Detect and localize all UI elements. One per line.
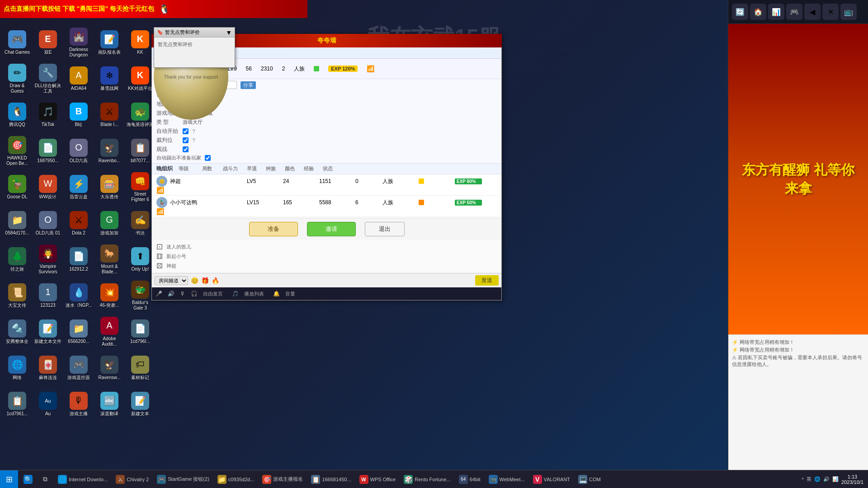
tray-caret-icon[interactable]: ^ [802,477,804,482]
icon-au[interactable]: Au Au [33,386,63,422]
icon-adobe[interactable]: A Adobe Auditi... [94,314,125,350]
rp-icon-chart[interactable]: 📊 [768,4,784,20]
judge-checkbox[interactable] [183,137,189,143]
icon-form[interactable]: 📝 画队报名表 [94,24,125,61]
tray-volume-icon[interactable]: 🔊 [823,476,830,482]
tray-network-icon[interactable]: 🌐 [814,476,821,482]
icon-lottery[interactable]: 🎰 大乐透传 [94,169,125,205]
icon-6566[interactable]: 📁 6566200... [63,314,94,350]
bottom-mic2-icon[interactable]: 🎙 [180,291,185,297]
start-button[interactable]: ⊞ [0,470,18,488]
icon-kk-platform[interactable]: K KK对战平台 [125,61,156,97]
icon-network[interactable]: 🌐 网络 [2,350,33,386]
icon-baldurs[interactable]: 🐲 Baldur's Gate 3 [125,277,156,314]
taskbar-game-report[interactable]: 🎯 游戏主播报名 [259,471,307,488]
taskbar-file2[interactable]: 📋 166681450... [307,471,354,488]
icon-youxi[interactable]: G 游戏加加 [94,205,125,241]
icon-gamepad[interactable]: 🎮 游戏遥控器 [63,350,94,386]
rp-icon-close[interactable]: ✕ [822,4,839,20]
icon-turtle[interactable]: 🐢 海龟英语评测 [125,97,156,133]
sticker-btn[interactable]: 🔥 [212,277,219,284]
icon-old6[interactable]: O OLD六高 [63,133,94,169]
icon-double-e[interactable]: E 双E [33,24,63,61]
emoji-btn[interactable]: 😊 [191,277,198,284]
icon-darkness[interactable]: 🏰 Darkness Dungeon [63,24,94,61]
top-banner[interactable]: 点击直播间下载按钮 下载 "勇闯三国" 每天抢千元红包 🐧 [0,0,307,18]
icon-46[interactable]: 💥 46-突袭... [94,277,125,314]
icon-ww[interactable]: W WW设计 [33,169,63,205]
taskbar-startgame[interactable]: 🎮 StartGame 按钮(2) [153,471,213,488]
icon-dota2[interactable]: ⚔ Dota 2 [63,205,94,241]
icon-old601[interactable]: O OLD六高 01 [33,205,63,241]
icon-mount-blade[interactable]: 🐎 Mount & Blade... [94,241,125,277]
taskbar-chivalry[interactable]: ⚔ Chivalry 2 [112,471,152,488]
gift-btn[interactable]: 🎁 [201,277,209,284]
icon-anteng[interactable]: 🔩 安腾整体全 [2,314,33,350]
icon-raven2[interactable]: 🦅 Ravensw... [94,350,125,386]
prepare-button[interactable]: 准备 [249,222,298,236]
icon-dabao[interactable]: 📜 大宝文传 [2,277,33,314]
taskbar-rento[interactable]: 🎲 Rento Fortune... [400,471,454,488]
invite-button[interactable]: 邀请 [307,222,356,236]
icon-hawked[interactable]: 🎯 HAWKED Open Be... [2,133,33,169]
icon-mishu[interactable]: 💧 迷水《NGP... [63,277,94,314]
rp-icon-monitor[interactable]: 📺 [840,4,857,20]
bottom-headset-icon[interactable]: 🎧 [191,291,198,297]
icon-b87[interactable]: 📋 b87077... [125,133,156,169]
icon-path[interactable]: 🌲 径之旅 [2,241,33,277]
icon-1cd2[interactable]: 📋 1cd7961... [2,386,33,422]
rp-icon-refresh[interactable]: 🔄 [732,4,748,20]
icon-qq[interactable]: 🐧 腾讯QQ [2,97,33,133]
quit-button[interactable]: 退出 [365,222,405,236]
send-button[interactable]: 发送 [475,275,499,286]
icon-058[interactable]: 📁 0584d170... [2,205,33,241]
icon-newtext[interactable]: 📝 新建文本文件 [33,314,63,350]
taskbar-64bit[interactable]: 64 64bit [455,471,484,488]
auto-start-checkbox[interactable] [183,128,189,134]
bottom-music-icon[interactable]: 🎵 [232,291,239,297]
icon-1687[interactable]: 📄 1687950... [33,133,63,169]
bottom-volume-icon[interactable]: 🔊 [168,291,175,297]
icon-newtext2[interactable]: 📝 新建文本 [125,386,156,422]
rp-icon-home[interactable]: 🏠 [750,4,766,20]
icon-123123[interactable]: 1 123123 [33,277,63,314]
taskbar-internet[interactable]: 🌐 Internet Downlo... [54,471,111,488]
channel-select[interactable]: 房间频道 [155,276,188,285]
icon-mahjong[interactable]: 🀄 麻将连连 [33,350,63,386]
icon-162912[interactable]: 📄 162912.2 [63,241,94,277]
icon-dll-tools[interactable]: 🔧 DLL综合解决工具 [33,61,63,97]
room-share-btn[interactable]: 分享 [241,81,256,89]
taskbar-valorant[interactable]: V VALORANT [529,471,574,488]
taskbar-search[interactable]: 🔍 [20,471,36,488]
icon-1cd[interactable]: 📄 1cd796I... [125,314,156,350]
icon-bilibili[interactable]: B B站 [63,97,94,133]
auto-exit-checkbox[interactable] [205,155,211,161]
icon-shufa[interactable]: ✍ 书法 [125,205,156,241]
bottom-mic-icon[interactable]: 🎤 [156,291,162,297]
icon-xunlei[interactable]: ⚡ 迅雷云盘 [63,169,94,205]
taskbar-file1[interactable]: 📁 c0935d2d... [214,471,258,488]
bottom-speaker-icon[interactable]: 🔔 [273,291,280,297]
icon-vampire[interactable]: 🧛 Vampire Survivors [33,241,63,277]
rp-icon-game[interactable]: 🎮 [786,4,802,20]
icon-raven[interactable]: 🦅 Ravenbo... [94,133,125,169]
rp-icon-back[interactable]: ◀ [804,4,821,20]
icon-kk[interactable]: K KK [125,24,156,61]
taskbar-webmeet[interactable]: 📹 WebMeet... [485,471,528,488]
icon-chat-games[interactable]: 🎮 Chat Games [2,24,33,61]
icon-tiktok[interactable]: 🎵 TikTok [33,97,63,133]
icon-sumcai[interactable]: 🏷 素材标记 [125,350,156,386]
icon-zhubo[interactable]: 🎙 游戏主播 [63,386,94,422]
icon-blade[interactable]: ⚔ Blade I... [94,97,125,133]
taskbar-taskview[interactable]: ⧉ [37,471,53,488]
icon-only-up[interactable]: ⬆ Only Up! [125,241,156,277]
tray-lang-icon[interactable]: 英 [807,476,811,483]
icon-draw-guess[interactable]: ✏ Draw & Guess [2,61,33,97]
icon-fanyi[interactable]: 🔤 滚蛋翻译 [94,386,125,422]
taskbar-com[interactable]: 💻 COM [575,471,604,488]
spec-checkbox[interactable] [183,146,189,152]
icon-street-fighter[interactable]: 👊 Street Fighter 6 [125,169,156,205]
icon-goose[interactable]: 🦆 Goose DL [2,169,33,205]
icon-aida64[interactable]: A AIDA64 [63,61,94,97]
icon-blizzard[interactable]: ❄ 暴雪战网 [94,61,125,97]
